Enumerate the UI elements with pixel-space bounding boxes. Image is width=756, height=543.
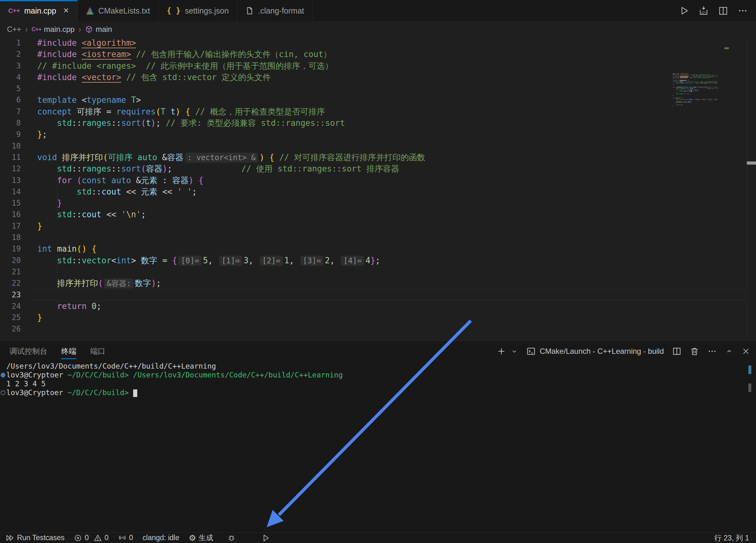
line-number[interactable]: 18: [0, 232, 21, 243]
ports-indicator[interactable]: 0: [118, 534, 133, 542]
terminal-cursor: [133, 389, 137, 397]
run-icon[interactable]: [679, 6, 689, 16]
debug-button[interactable]: [227, 534, 236, 542]
run-testcases-button[interactable]: Run Testcases: [6, 534, 64, 542]
code-line[interactable]: 15 }: [0, 198, 756, 209]
line-number[interactable]: 19: [0, 243, 21, 255]
line-number[interactable]: 14: [0, 186, 21, 198]
code-line[interactable]: 3// #include <ranges> // 此示例中未使用（用于基于范围的…: [0, 60, 756, 72]
line-number[interactable]: 9: [0, 129, 21, 140]
code-text: std::ranges::sort(t); // 要求: 类型必须兼容 std:…: [37, 117, 345, 129]
line-number[interactable]: 11: [0, 152, 21, 163]
terminal-output[interactable]: /Users/lov3/Documents/Code/C++/build/C++…: [0, 362, 756, 397]
line-number[interactable]: 16: [0, 209, 21, 220]
problems-indicator[interactable]: 0 0: [74, 534, 109, 542]
line-number[interactable]: 8: [0, 117, 21, 129]
line-number[interactable]: 10: [0, 140, 21, 152]
code-line[interactable]: 14 std::cout << 元素 << ' ';: [0, 186, 756, 198]
split-editor-icon[interactable]: [718, 6, 728, 16]
line-number[interactable]: 6: [0, 94, 21, 106]
tab-main-cpp[interactable]: C++ main.cpp ✕: [0, 0, 78, 21]
code-line[interactable]: 26: [0, 323, 756, 334]
error-icon: [74, 534, 82, 542]
line-number[interactable]: 5: [0, 83, 21, 94]
code-line[interactable]: 10: [0, 140, 756, 152]
line-number[interactable]: 1: [0, 37, 21, 49]
code-line[interactable]: 16 std::cout << '\n';: [0, 209, 756, 220]
kill-terminal-icon[interactable]: [690, 346, 699, 356]
code-line[interactable]: 19int main() {: [0, 243, 756, 255]
tab-settings-json[interactable]: { } settings.json: [159, 0, 237, 21]
import-testcases-icon[interactable]: [699, 6, 709, 16]
close-panel-icon[interactable]: [741, 347, 750, 356]
line-number[interactable]: 26: [0, 323, 21, 334]
broadcast-icon: [118, 534, 127, 542]
code-line[interactable]: 7concept 可排序 = requires(T t) { // 概念，用于检…: [0, 106, 756, 117]
code-line[interactable]: 9};: [0, 129, 756, 140]
terminal-line: lov3@Cryptoer ~/D/C/C/build>: [0, 388, 756, 397]
line-number[interactable]: 12: [0, 163, 21, 174]
code-line[interactable]: 13 for (const auto &元素 : 容器) {: [0, 175, 756, 186]
breadcrumb-symbol[interactable]: main: [85, 25, 112, 34]
cmake-icon: [86, 7, 94, 15]
line-number[interactable]: 17: [0, 221, 21, 232]
code-line[interactable]: 12 std::ranges::sort(容器); // 使用 std::ran…: [0, 163, 756, 174]
tab-terminal[interactable]: 终端: [61, 341, 76, 362]
code-line[interactable]: 22 排序并打印(&容器:数字);: [0, 277, 756, 289]
line-number[interactable]: 22: [0, 277, 21, 289]
code-line[interactable]: 17}: [0, 221, 756, 232]
terminal-session[interactable]: CMake/Launch - C++Learning - build: [526, 346, 664, 356]
tab-debug-console[interactable]: 调试控制台: [9, 341, 47, 362]
line-number[interactable]: 24: [0, 300, 21, 312]
tab-clang-format[interactable]: .clang-format: [237, 0, 313, 21]
line-number[interactable]: 4: [0, 72, 21, 83]
scrollbar-thumb[interactable]: [747, 162, 756, 165]
more-actions-icon[interactable]: [707, 346, 717, 356]
line-number[interactable]: 20: [0, 255, 21, 266]
tab-cmakelists[interactable]: CMakeLists.txt: [78, 0, 159, 21]
breadcrumb-folder[interactable]: C++: [7, 25, 21, 34]
code-line[interactable]: 8 std::ranges::sort(t); // 要求: 类型必须兼容 st…: [0, 117, 756, 129]
new-terminal-icon[interactable]: [497, 346, 506, 356]
code-text: std::vector<int> 数字 = {[0]=5, [1]=3, [2]…: [37, 255, 380, 266]
line-number[interactable]: 21: [0, 266, 21, 277]
play-icon: [262, 534, 270, 542]
line-number[interactable]: 7: [0, 106, 21, 117]
maximize-panel-icon[interactable]: [725, 347, 733, 355]
code-editor[interactable]: 1#include <algorithm>2#include <iostream…: [0, 37, 756, 340]
line-number[interactable]: 3: [0, 60, 21, 72]
code-line[interactable]: 5: [0, 83, 756, 94]
close-icon[interactable]: ✕: [63, 7, 69, 15]
line-number[interactable]: 13: [0, 175, 21, 186]
line-number[interactable]: 25: [0, 312, 21, 323]
code-line[interactable]: 18: [0, 232, 756, 243]
minimap[interactable]: #include <algorithm>#include <iostream> …: [673, 73, 718, 110]
code-line[interactable]: 11void 排序并打印(可排序 auto &容器: vector<int> &…: [0, 152, 756, 163]
cursor-position[interactable]: 行 23, 列 1: [714, 533, 749, 543]
code-line[interactable]: 6template <typename T>: [0, 94, 756, 106]
code-line[interactable]: 4#include <vector> // 包含 std::vector 定义的…: [0, 72, 756, 83]
line-number[interactable]: 23: [0, 289, 21, 300]
code-text: int main() {: [37, 243, 97, 255]
tab-ports[interactable]: 端口: [90, 341, 105, 362]
code-text: }: [37, 221, 42, 232]
cpp-file-icon: C++: [32, 26, 41, 33]
run-file-button[interactable]: [262, 534, 270, 542]
current-line-highlight: [31, 289, 747, 300]
chevron-down-icon[interactable]: [511, 347, 518, 355]
code-line[interactable]: 25}: [0, 312, 756, 323]
code-line[interactable]: 24 return 0;: [0, 300, 756, 312]
code-line[interactable]: 20 std::vector<int> 数字 = {[0]=5, [1]=3, …: [0, 255, 756, 266]
split-terminal-icon[interactable]: [672, 346, 682, 356]
clangd-status[interactable]: clangd: idle: [143, 534, 179, 542]
code-line[interactable]: 2#include <iostream> // 包含用于输入/输出操作的头文件（…: [0, 49, 756, 60]
line-number[interactable]: 2: [0, 49, 21, 60]
code-line[interactable]: 23: [0, 289, 756, 300]
cmake-build-button[interactable]: ⚙ 生成: [189, 533, 213, 543]
line-number[interactable]: 15: [0, 198, 21, 209]
code-line[interactable]: 1#include <algorithm>: [0, 37, 756, 49]
bottom-panel: 调试控制台 终端 端口: [0, 340, 756, 532]
more-actions-icon[interactable]: [738, 6, 748, 16]
code-line[interactable]: 21: [0, 266, 756, 277]
breadcrumb-file[interactable]: C++ main.cpp: [32, 25, 74, 34]
